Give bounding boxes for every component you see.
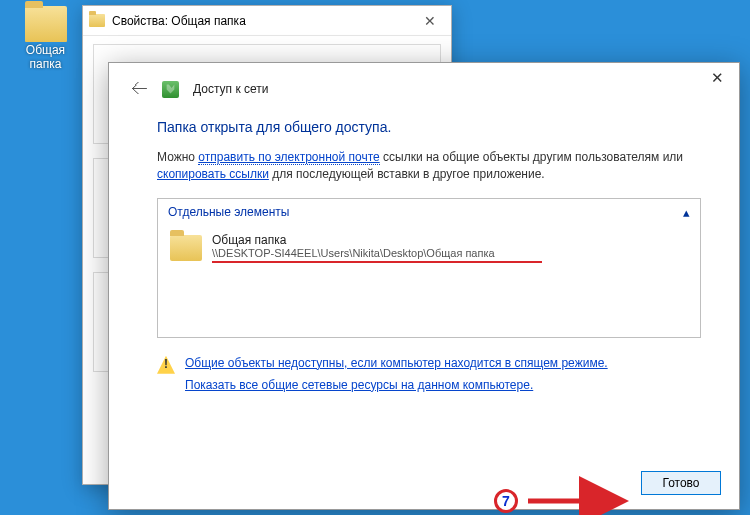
desc-text: ссылки на общие объекты другим пользоват… — [380, 150, 683, 164]
properties-titlebar[interactable]: Свойства: Общая папка ✕ — [83, 6, 451, 36]
warning-icon — [157, 356, 175, 374]
annotation-underline — [212, 261, 542, 263]
properties-title: Свойства: Общая папка — [112, 14, 246, 28]
sleep-warning-link[interactable]: Общие объекты недоступны, если компьютер… — [185, 356, 608, 370]
folder-icon — [89, 14, 105, 27]
dialog-title: Доступ к сети — [193, 82, 268, 96]
item-path: \\DESKTOP-SI44EEL\Users\Nikita\Desktop\О… — [212, 247, 542, 259]
footer-links: Общие объекты недоступны, если компьютер… — [157, 356, 701, 392]
group-legend: Отдельные элементы — [168, 205, 289, 219]
copy-links-link[interactable]: скопировать ссылки — [157, 167, 269, 181]
dialog-header: 🡠 Доступ к сети — [109, 63, 739, 105]
item-name: Общая папка — [212, 233, 542, 247]
items-group: Отдельные элементы ▴ Общая папка \\DESKT… — [157, 198, 701, 338]
send-email-link[interactable]: отправить по электронной почте — [198, 150, 379, 165]
annotation-arrow — [526, 494, 626, 508]
shared-item[interactable]: Общая папка \\DESKTOP-SI44EEL\Users\Niki… — [170, 233, 688, 263]
collapse-toggle[interactable]: ▴ — [683, 205, 690, 220]
desc-text: для последующей вставки в другое приложе… — [269, 167, 545, 181]
properties-close-button[interactable]: ✕ — [409, 6, 451, 36]
done-button[interactable]: Готово — [641, 471, 721, 495]
desktop-folder-label: Общая папка — [18, 44, 73, 72]
folder-icon — [25, 6, 67, 42]
network-access-dialog: ✕ 🡠 Доступ к сети Папка открыта для обще… — [108, 62, 740, 510]
back-button[interactable]: 🡠 — [131, 79, 148, 99]
desktop-folder-shortcut[interactable]: Общая папка — [18, 6, 73, 72]
folder-icon — [170, 235, 202, 261]
close-button[interactable]: ✕ — [695, 63, 739, 93]
dialog-heading: Папка открыта для общего доступа. — [157, 119, 701, 135]
dialog-description: Можно отправить по электронной почте ссы… — [157, 149, 701, 184]
dialog-content: Папка открыта для общего доступа. Можно … — [109, 105, 739, 392]
desc-text: Можно — [157, 150, 198, 164]
network-share-icon — [162, 81, 179, 98]
show-all-resources-link[interactable]: Показать все общие сетевые ресурсы на да… — [185, 378, 608, 392]
annotation-step-badge: 7 — [494, 489, 518, 513]
